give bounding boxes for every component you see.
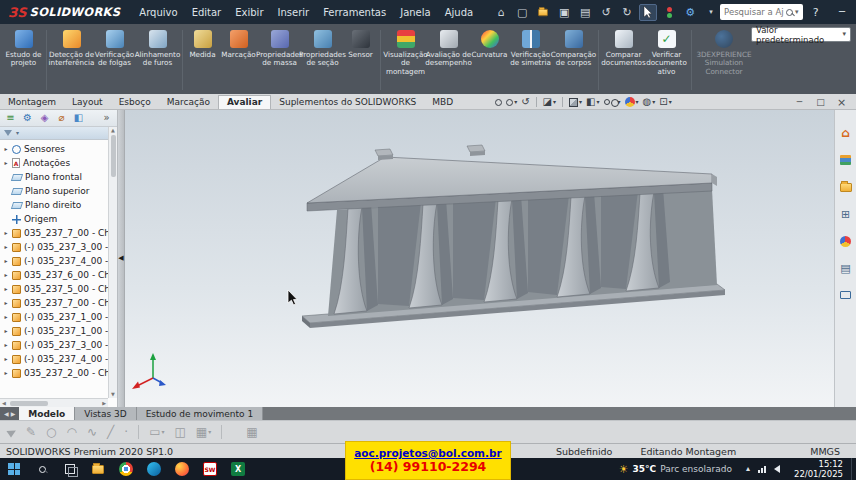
ad-banner-email[interactable]: aoc.projetos@bol.com.br — [354, 447, 502, 459]
tray-expand-icon[interactable] — [746, 465, 750, 473]
tree-item-component[interactable]: (-) 035_237_3_00 - C — [0, 240, 117, 254]
tab-marcacao[interactable]: Marcação — [159, 96, 218, 109]
taskbar-clock[interactable]: 15:12 22/01/2025 — [786, 459, 851, 479]
help-search-box[interactable] — [720, 4, 803, 20]
solidworks-app-icon[interactable] — [196, 458, 224, 480]
spline-tool-icon[interactable] — [87, 426, 97, 438]
tree-item-component[interactable]: 035_237_7_00 - Chap — [0, 296, 117, 310]
property-manager-tab-icon[interactable] — [21, 112, 34, 125]
hide-show-icon[interactable] — [604, 99, 621, 105]
scroll-up-icon[interactable] — [111, 128, 115, 133]
file-explorer-icon[interactable] — [84, 458, 112, 480]
design-library-icon[interactable] — [839, 153, 853, 167]
search-icon[interactable] — [786, 9, 793, 16]
edit-appearance-icon[interactable] — [625, 97, 639, 107]
menu-editar[interactable]: Editar — [185, 7, 229, 18]
ribbon-button-medida[interactable]: Medida — [186, 28, 219, 59]
tree-item-component[interactable]: (-) 035_237_4_00 - Ch — [0, 254, 117, 268]
select-tool-icon[interactable] — [6, 426, 17, 437]
scroll-left-icon[interactable] — [2, 401, 6, 406]
search-dropdown-caret-icon[interactable] — [795, 9, 799, 16]
panel-splitter[interactable] — [118, 110, 125, 407]
solidworks-resources-icon[interactable] — [839, 126, 853, 140]
custom-properties-icon[interactable] — [839, 261, 853, 275]
open-document-icon[interactable] — [534, 4, 552, 21]
display-manager-tab-icon[interactable] — [72, 112, 85, 125]
tree-item-component[interactable]: (-) 035_237_4_00 - Ch — [0, 352, 117, 366]
chrome-icon[interactable] — [112, 458, 140, 480]
filter-caret-icon[interactable] — [16, 130, 19, 136]
scroll-down-icon[interactable] — [111, 392, 115, 397]
previous-view-icon[interactable] — [521, 97, 529, 107]
tab-estudo-de-movimento[interactable]: Estudo de movimento 1 — [137, 407, 264, 420]
scrollbar-thumb[interactable] — [10, 401, 48, 406]
document-minimize-icon[interactable] — [791, 97, 808, 108]
tree-item-component[interactable]: (-) 035_237_3_00 - C — [0, 338, 117, 352]
document-restore-icon[interactable] — [812, 97, 829, 108]
tree-item-anotacoes[interactable]: Anotações — [0, 156, 117, 170]
menu-arquivo[interactable]: Arquivo — [132, 7, 184, 18]
scrollbar-thumb[interactable] — [111, 135, 116, 177]
dimxpert-tab-icon[interactable] — [55, 112, 68, 125]
view-settings-icon[interactable] — [659, 97, 671, 107]
ribbon-button-verificar-documento-ativo[interactable]: Verificar documento ativo — [645, 28, 688, 76]
undo-icon[interactable] — [597, 4, 615, 21]
tree-item-component[interactable]: (-) 035_237_1_00 - Ar — [0, 324, 117, 338]
ribbon-button-alinhamento-de-furos[interactable]: Alinhamento de furos — [136, 28, 179, 68]
preset-caret-icon[interactable] — [842, 31, 846, 38]
pattern-tool-icon[interactable] — [196, 426, 211, 438]
display-style-icon[interactable] — [586, 97, 599, 107]
select-cursor-icon[interactable] — [639, 4, 657, 21]
menu-inserir[interactable]: Inserir — [271, 7, 317, 18]
tab-esboco[interactable]: Esboço — [111, 96, 159, 109]
feature-tree-tab-icon[interactable] — [4, 112, 17, 125]
network-icon[interactable] — [758, 466, 766, 473]
home-icon[interactable] — [492, 4, 510, 21]
tab-mbd[interactable]: MBD — [424, 96, 461, 109]
collapse-panel-icon[interactable] — [118, 255, 123, 262]
configuration-manager-tab-icon[interactable] — [38, 112, 51, 125]
ribbon-button-sensor[interactable]: Sensor — [344, 28, 377, 59]
section-view-icon[interactable] — [543, 97, 556, 107]
point-tool-icon[interactable] — [124, 426, 128, 438]
tree-item-sensores[interactable]: Sensores — [0, 142, 117, 156]
ribbon-button-propriedades-de-secao[interactable]: Propriedades de seção — [301, 28, 344, 68]
minimize-icon[interactable] — [828, 0, 855, 24]
mirror-tool-icon[interactable] — [175, 426, 186, 438]
view-palette-icon[interactable] — [839, 207, 853, 221]
tab-scroll-right-icon[interactable] — [11, 411, 16, 417]
help-icon[interactable]: ? — [813, 6, 819, 19]
menu-exibir[interactable]: Exibir — [228, 7, 270, 18]
tab-modelo[interactable]: Modelo — [19, 407, 75, 420]
tree-filter-bar[interactable] — [0, 127, 117, 140]
ribbon-button-curvatura[interactable]: Curvatura — [470, 28, 509, 59]
zoom-area-icon[interactable] — [506, 99, 517, 106]
tab-suplementos[interactable]: Suplementos do SOLIDWORKS — [271, 96, 424, 109]
ribbon-button-comparacao-de-corpos[interactable]: Comparação de corpos — [552, 28, 595, 68]
appearances-scenes-icon[interactable] — [839, 234, 853, 248]
ribbon-button-avaliacao-de-desempenho[interactable]: Avaliação de desempenho — [427, 28, 470, 68]
tree-item-component[interactable]: 035_237_7_00 - Chap — [0, 226, 117, 240]
save-icon[interactable] — [555, 4, 573, 21]
task-view-icon[interactable] — [56, 458, 84, 480]
taskbar-search-icon[interactable] — [28, 458, 56, 480]
line-tool-icon[interactable] — [107, 426, 114, 438]
ribbon-button-deteccao-de-interferencia[interactable]: Detecção de interferência — [50, 28, 93, 68]
tree-item-plano-frontal[interactable]: Plano frontal — [0, 170, 117, 184]
rectangle-tool-icon[interactable] — [149, 426, 164, 438]
tab-montagem[interactable]: Montagem — [0, 96, 64, 109]
redo-icon[interactable] — [618, 4, 636, 21]
tree-item-plano-superior[interactable]: Plano superior — [0, 184, 117, 198]
ribbon-button-verificacao-de-folgas[interactable]: Verificação de folgas — [93, 28, 136, 68]
tree-item-component[interactable]: 035_237_5_00 - Chap — [0, 282, 117, 296]
apply-scene-icon[interactable] — [643, 97, 656, 107]
preset-combo[interactable]: Valor predeterminado — [751, 27, 851, 42]
graphics-area[interactable] — [125, 110, 834, 407]
search-input[interactable] — [724, 7, 784, 17]
tree-item-origem[interactable]: Origem — [0, 212, 117, 226]
tab-scroll-left-icon[interactable] — [4, 411, 9, 417]
tree-item-component[interactable]: 035_237_2_00 - Ch — [0, 366, 117, 380]
print-icon[interactable] — [576, 4, 594, 21]
menu-ferramentas[interactable]: Ferramentas — [316, 7, 393, 18]
ribbon-button-verificacao-de-simetria[interactable]: Verificação de simetria — [509, 28, 552, 68]
